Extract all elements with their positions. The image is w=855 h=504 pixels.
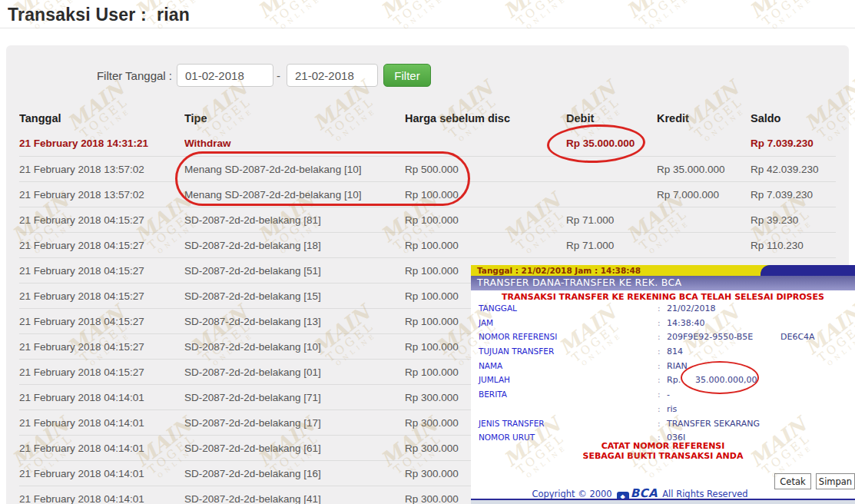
watermark-text: MAIN	[501, 0, 562, 21]
cell-harga: Rp 100.000	[405, 240, 566, 251]
cell-tanggal: 21 February 2018 04:14:01	[19, 443, 184, 454]
receipt-field-label: JUMLAH	[479, 375, 510, 384]
cell-tanggal: 21 February 2018 04:14:01	[19, 493, 184, 504]
cell-tipe: SD-2087-2d-2d-belakang [18]	[184, 240, 405, 251]
receipt-field-value: 209F9E92-9550-B5E	[667, 332, 753, 342]
column-header-saldo: Saldo	[751, 112, 855, 124]
cell-kredit: Rp 7.000.000	[657, 189, 751, 201]
receipt-field-colon: :	[658, 303, 661, 313]
cell-tipe: Withdraw	[184, 138, 405, 149]
receipt-field-row: JAM : 14:38:40	[471, 317, 855, 331]
watermark-text: TOGEL	[512, 0, 571, 30]
watermark-tile: MAINTOGELONLINE	[378, 0, 452, 36]
watermark-text: MAIN	[378, 0, 439, 21]
watermark-text: MAIN	[747, 0, 808, 21]
watermark-tile: MAINTOGELONLINE	[747, 0, 820, 36]
cell-tanggal: 21 February 2018 04:15:27	[19, 316, 184, 327]
receipt-title-bar: TRANSFER DANA-TRANSFER KE REK. BCA	[471, 276, 855, 290]
cell-debit: Rp 71.000	[566, 240, 657, 251]
table-row: 21 February 2018 13:57:02 Menang SD-2087…	[19, 156, 836, 181]
watermark-text: TOGEL	[635, 0, 694, 30]
cell-saldo: Rp 39.230	[751, 214, 836, 226]
receipt-field-colon: :	[658, 404, 661, 413]
receipt-field-label: JENIS TRANSFER	[479, 419, 545, 428]
receipt-bottom-strip	[471, 500, 855, 504]
receipt-field-row: JENIS TRANSFER : TRANSFER SEKARANG	[471, 417, 855, 432]
receipt-field-value2: 35.000.000,00	[695, 375, 757, 385]
cell-tanggal: 21 February 2018 04:14:01	[19, 392, 184, 403]
receipt-field-value2: DE6C4A	[780, 332, 815, 342]
date-range-separator: -	[277, 69, 280, 82]
receipt-field-label: NAMA	[479, 361, 502, 370]
receipt-field-row: TUJUAN TRANSFER : 814	[471, 345, 855, 360]
cell-tipe: SD-2087-2d-2d-belakang [81]	[184, 214, 405, 226]
receipt-date-bar: Tanggal : 21/02/2018 Jam : 14:38:48	[471, 265, 855, 276]
receipt-field-value: TRANSFER SEKARANG	[667, 419, 760, 429]
receipt-field-row: NAMA : RIAN	[471, 360, 855, 374]
receipt-field-colon: :	[658, 419, 661, 428]
receipt-note-line1: CATAT NOMOR REFERENSI	[471, 441, 855, 451]
watermark-text: MAIN	[255, 0, 316, 21]
watermark-text: ONLINE	[273, 0, 330, 36]
watermark-text: MAIN	[624, 0, 685, 21]
receipt-field-value: 814	[667, 346, 683, 356]
cell-tanggal: 21 February 2018 04:15:27	[19, 366, 184, 378]
receipt-field-colon: :	[658, 332, 661, 341]
table-row: 21 February 2018 14:31:21 Withdraw Rp 35…	[19, 131, 836, 156]
cell-saldo: Rp 7.039.230	[751, 138, 836, 149]
cell-tipe: Menang SD-2087-2d-2d-belakang [10]	[184, 189, 405, 201]
table-header-row: Tanggal Tipe Harga sebelum disc Debit Kr…	[19, 105, 855, 131]
cell-debit: Rp 35.000.000	[566, 138, 657, 149]
save-button[interactable]: Simpan	[816, 473, 855, 489]
watermark-tile: MAINTOGELONLINE	[624, 0, 698, 36]
receipt-field-colon: :	[658, 346, 661, 356]
date-to-input[interactable]	[287, 64, 378, 87]
receipt-field-row: : ris	[471, 403, 855, 417]
watermark-text: ONLINE	[642, 0, 698, 36]
bca-receipt-popup: Tanggal : 21/02/2018 Jam : 14:38:48 TRAN…	[471, 265, 855, 504]
receipt-field-row: TANGGAL : 21/02/2018	[471, 302, 855, 317]
watermark-tile: MAINTOGELONLINE	[501, 0, 575, 36]
filter-button[interactable]: Filter	[383, 64, 431, 87]
watermark-text: TOGEL	[757, 0, 817, 30]
cell-tipe: SD-2087-2d-2d-belakang [71]	[184, 392, 405, 403]
cell-saldo: Rp 7.039.230	[751, 189, 836, 201]
cell-tanggal: 21 February 2018 13:57:02	[19, 164, 184, 175]
receipt-note-line2: SEBAGAI BUKTI TRANSAKSI ANDA	[471, 451, 855, 461]
cell-debit: Rp 71.000	[566, 214, 657, 226]
watermark-text: TOGEL	[266, 0, 325, 30]
receipt-field-value: ris	[667, 404, 677, 414]
cell-saldo: Rp 42.039.230	[751, 164, 836, 175]
column-header-harga: Harga sebelum disc	[405, 112, 566, 124]
receipt-field-label: NOMOR REFERENSI	[479, 332, 557, 341]
copyright-suffix: All Rights Reserved	[662, 489, 747, 499]
receipt-field-row: JUMLAH : Rp. 35.000.000,00	[471, 373, 855, 388]
cell-harga: Rp 100.000	[405, 189, 566, 201]
table-row: 21 February 2018 04:15:27 SD-2087-2d-2d-…	[19, 232, 836, 257]
title-divider	[0, 28, 855, 28]
receipt-field-colon: :	[658, 375, 661, 384]
watermark-text: ONLINE	[765, 0, 821, 36]
watermark-text: ONLINE	[519, 0, 575, 36]
receipt-fields: TANGGAL : 21/02/2018 JAM : 14:38:40 NOMO…	[471, 302, 855, 446]
cell-tipe: SD-2087-2d-2d-belakang [15]	[184, 290, 405, 302]
cell-tipe: SD-2087-2d-2d-belakang [51]	[184, 265, 405, 277]
receipt-field-value: 14:38:40	[667, 318, 704, 328]
receipt-field-label: TUJUAN TRANSFER	[479, 346, 554, 356]
cell-saldo: Rp 110.230	[751, 240, 836, 251]
receipt-corner-tab	[761, 265, 855, 276]
receipt-field-value: RIAN	[667, 361, 688, 371]
table-row: 21 February 2018 04:15:27 SD-2087-2d-2d-…	[19, 207, 836, 232]
cell-tanggal: 21 February 2018 04:15:27	[19, 240, 184, 251]
date-from-input[interactable]	[177, 64, 273, 87]
receipt-field-label: JAM	[479, 318, 493, 327]
cell-tipe: SD-2087-2d-2d-belakang [16]	[184, 468, 405, 479]
receipt-field-value: -	[667, 390, 670, 400]
cell-tanggal: 21 February 2018 04:15:27	[19, 214, 184, 226]
cell-tanggal: 21 February 2018 04:14:01	[19, 468, 184, 479]
receipt-field-value: 21/02/2018	[667, 303, 715, 313]
cell-tipe: Menang SD-2087-2d-2d-belakang [10]	[184, 164, 405, 175]
cell-tanggal: 21 February 2018 04:15:27	[19, 290, 184, 302]
receipt-status-text: TRANSAKSI TRANSFER KE REKENING BCA TELAH…	[471, 292, 855, 302]
cell-tanggal: 21 February 2018 04:14:01	[19, 417, 184, 429]
